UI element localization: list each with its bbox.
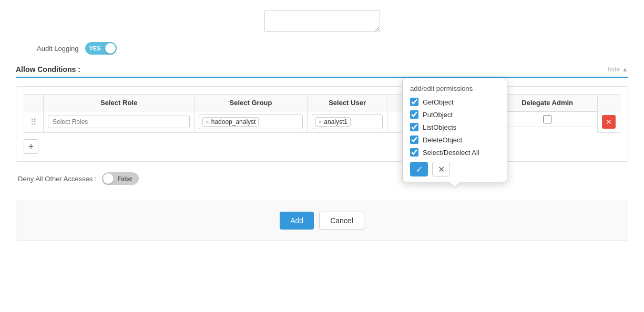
select-group-cell: × hadoop_analyst — [195, 111, 308, 133]
popup-item-getobject: GetObject — [410, 98, 499, 106]
select-role-cell — [44, 111, 195, 133]
popup-arrow — [449, 182, 460, 187]
select-group-header: Select Group — [195, 95, 308, 111]
label-deleteobject: DeleteObject — [423, 136, 462, 144]
add-button[interactable]: Add — [280, 212, 314, 230]
label-putobject: PutObject — [423, 111, 453, 119]
delegate-admin-cell — [497, 111, 597, 127]
cancel-button[interactable]: Cancel — [319, 212, 364, 230]
drag-handle-cell: ⠿ — [24, 111, 44, 133]
chevron-up-icon: ▲ — [622, 66, 628, 73]
delete-row-button[interactable]: ✕ — [602, 115, 616, 129]
select-user-input[interactable]: × analyst1 — [312, 115, 383, 129]
allow-conditions-title: Allow Conditions : — [16, 65, 80, 74]
delegate-admin-header: Delegate Admin — [497, 95, 598, 111]
table-container: Select Role Select Group Select User Add… — [16, 86, 628, 162]
checkbox-putobject[interactable] — [410, 110, 418, 119]
user-tag-close[interactable]: × — [319, 119, 322, 125]
drag-col-header — [24, 95, 44, 111]
popup-actions: ✓ ✕ — [410, 162, 499, 176]
drag-handle-icon[interactable]: ⠿ — [28, 118, 39, 127]
audit-logging-label: Audit Logging — [37, 45, 79, 53]
popup-item-putobject: PutObject — [410, 110, 499, 119]
popup-item-selectdeselect: Select/Deselect All — [410, 148, 499, 157]
audit-logging-toggle[interactable]: YES — [85, 42, 117, 55]
add-row-button[interactable]: + — [24, 139, 38, 154]
allow-conditions-header: Allow Conditions : hide ▲ — [16, 65, 628, 78]
conditions-table: Select Role Select Group Select User Add… — [24, 94, 620, 133]
select-user-cell: × analyst1 — [307, 111, 387, 133]
textarea-section — [16, 11, 628, 32]
delete-row-cell: ✕ — [598, 111, 620, 133]
action-col-header — [598, 95, 620, 111]
group-tag-close[interactable]: × — [206, 119, 209, 125]
select-group-input[interactable]: × hadoop_analyst — [199, 115, 303, 129]
group-tag-label: hadoop_analyst — [211, 118, 256, 126]
page-wrapper: Audit Logging YES Allow Conditions : hid… — [0, 0, 644, 312]
label-selectdeselect: Select/Deselect All — [423, 149, 479, 157]
user-tag-label: analyst1 — [324, 118, 347, 126]
user-tag: × analyst1 — [315, 117, 351, 127]
group-tag: × hadoop_analyst — [202, 117, 259, 127]
toggle-knob — [105, 43, 116, 54]
deny-all-label: Deny All Other Accesses : — [18, 175, 97, 183]
footer-section: Add Cancel — [16, 201, 628, 241]
deny-all-row: Deny All Other Accesses : False — [16, 172, 628, 185]
hide-label: hide — [608, 66, 620, 73]
hide-link[interactable]: hide ▲ — [608, 66, 628, 73]
toggle-yes-label: YES — [89, 45, 101, 51]
checkbox-listobjects[interactable] — [410, 123, 418, 131]
label-getobject: GetObject — [423, 98, 454, 106]
deny-all-toggle[interactable]: False — [102, 172, 139, 185]
table-row: ⠿ × hadoop_analyst — [24, 111, 620, 133]
checkbox-selectdeselect[interactable] — [410, 148, 418, 157]
permissions-popup: add/edit permissions GetObject PutObject… — [402, 78, 507, 182]
popup-title: add/edit permissions — [410, 85, 499, 92]
checkbox-getobject[interactable] — [410, 98, 418, 106]
select-role-header: Select Role — [44, 95, 195, 111]
popup-cancel-button[interactable]: ✕ — [432, 162, 450, 176]
label-listobjects: ListObjects — [423, 123, 456, 131]
toggle-false-label: False — [118, 175, 132, 182]
checkbox-deleteobject[interactable] — [410, 136, 418, 144]
audit-logging-row: Audit Logging YES — [16, 42, 628, 55]
description-textarea[interactable] — [264, 11, 380, 32]
select-role-input[interactable] — [48, 116, 190, 128]
popup-item-deleteobject: DeleteObject — [410, 136, 499, 144]
select-user-header: Select User — [307, 95, 387, 111]
delegate-admin-checkbox[interactable] — [543, 115, 551, 123]
popup-confirm-button[interactable]: ✓ — [410, 162, 428, 176]
popup-item-listobjects: ListObjects — [410, 123, 499, 131]
toggle-false-knob — [103, 173, 114, 184]
